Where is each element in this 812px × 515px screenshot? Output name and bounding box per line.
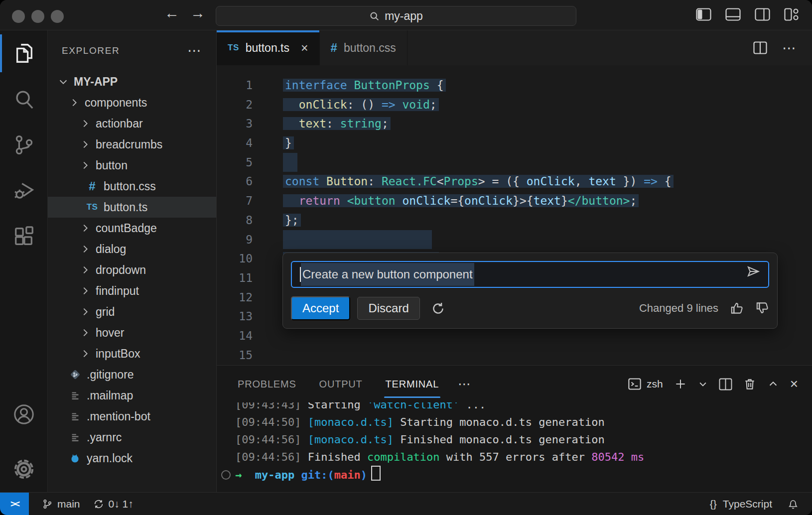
close-window-button[interactable] (12, 10, 25, 23)
tree-item--yarnrc[interactable]: .yarnrc (48, 427, 216, 448)
close-tab-icon[interactable]: × (301, 41, 308, 55)
close-panel-icon[interactable]: × (790, 379, 798, 389)
tree-item-my-app[interactable]: MY-APP (48, 71, 216, 92)
tree-item-label: .mention-bot (87, 410, 150, 423)
tab-terminal[interactable]: TERMINAL (386, 379, 439, 390)
activity-search[interactable] (0, 76, 47, 122)
terminal-prompt-line: → my-app git:(main) (235, 466, 812, 484)
tree-item-label: findinput (96, 284, 139, 298)
tab-output[interactable]: OUTPUT (319, 379, 363, 390)
line-number: 7 (217, 191, 253, 211)
extensions-icon (12, 225, 35, 248)
command-center-search[interactable]: my-app (216, 6, 576, 26)
tree-item-actionbar[interactable]: actionbar (48, 113, 216, 134)
activity-settings[interactable] (0, 446, 47, 492)
line-number: 15 (217, 346, 253, 365)
file-tree: MY-APPcomponentsactionbarbreadcrumbsbutt… (48, 71, 216, 492)
tree-item-hover[interactable]: hover (48, 322, 216, 343)
branch-status-item[interactable]: main (42, 498, 80, 510)
tree-item--mailmap[interactable]: .mailmap (48, 385, 216, 406)
send-icon[interactable] (746, 264, 760, 284)
chevron-down-icon (57, 76, 70, 87)
tree-item-grid[interactable]: grid (48, 301, 216, 322)
back-arrow-icon[interactable]: ← (164, 4, 179, 21)
terminal-output[interactable]: [09:43:43] Starting 'watch-client' ...[0… (217, 402, 812, 492)
line-number: 1 (217, 76, 253, 95)
code-line-15: 15 (217, 346, 812, 365)
sync-icon (93, 499, 104, 510)
explorer-more-actions-icon[interactable]: ⋯ (187, 48, 202, 53)
tree-item-findinput[interactable]: findinput (48, 280, 216, 301)
notifications-bell-icon[interactable] (787, 498, 799, 510)
thumbs-down-icon[interactable] (756, 301, 769, 315)
language-mode[interactable]: TypeScript (723, 498, 772, 510)
tree-item-label: actionbar (96, 117, 143, 130)
maximize-window-button[interactable] (51, 10, 64, 23)
code-line-1: 1interface ButtonProps { (217, 76, 812, 95)
tab-button-ts[interactable]: TS button.ts × (217, 30, 320, 65)
explorer-title: EXPLORER (62, 45, 120, 56)
code-editor[interactable]: 1interface ButtonProps {2 onClick: () =>… (217, 65, 812, 365)
remote-indicator[interactable]: >< (0, 493, 29, 515)
command-decoration-icon[interactable] (221, 470, 231, 480)
chevron-icon (79, 306, 92, 317)
ts-icon: TS (85, 202, 100, 212)
chevron-icon (79, 223, 92, 234)
panel-more-tabs-icon[interactable]: ⋯ (458, 377, 472, 392)
tab-label: button.css (344, 41, 396, 55)
gear-icon (12, 458, 35, 481)
toggle-secondary-sidebar-icon[interactable] (755, 8, 770, 21)
terminal-line-1: [09:43:43] Starting 'watch-client' ... (235, 402, 812, 413)
tree-item-label: breadcrumbs (96, 138, 162, 151)
kill-terminal-trash-icon[interactable] (743, 378, 756, 390)
typescript-file-icon: TS (228, 43, 239, 53)
minimize-window-button[interactable] (31, 10, 44, 23)
activity-extensions[interactable] (0, 214, 47, 259)
tree-item--mention-bot[interactable]: .mention-bot (48, 406, 216, 427)
regenerate-icon[interactable] (431, 301, 445, 316)
customize-layout-icon[interactable] (784, 8, 799, 21)
split-editor-icon[interactable] (753, 41, 767, 54)
tree-item-dialog[interactable]: dialog (48, 239, 216, 259)
thumbs-up-icon[interactable] (730, 301, 744, 315)
line-number: 12 (217, 288, 253, 307)
toggle-primary-sidebar-icon[interactable] (696, 8, 711, 21)
tree-item-countbadge[interactable]: countBadge (48, 218, 216, 239)
toggle-panel-icon[interactable] (725, 8, 741, 21)
tree-item--gitignore[interactable]: .gitignore (48, 364, 216, 385)
terminal-dropdown-icon[interactable] (698, 379, 708, 389)
tree-item-breadcrumbs[interactable]: breadcrumbs (48, 134, 216, 155)
traffic-lights (12, 10, 64, 23)
split-terminal-icon[interactable] (719, 378, 732, 390)
inline-chat-input[interactable]: Create a new button component (291, 261, 769, 288)
editor-more-actions-icon[interactable]: ⋯ (782, 40, 797, 56)
tree-item-button[interactable]: button (48, 155, 216, 176)
code-line-6: 6const Button: React.FC<Props> = ({ onCl… (217, 172, 812, 191)
maximize-panel-icon[interactable] (767, 379, 779, 389)
tab-button-css[interactable]: # button.css (320, 30, 407, 65)
terminal-line-3: [09:44:56] [monaco.d.ts] Finished monaco… (235, 431, 812, 448)
tree-item-inputbox[interactable]: inputBox (48, 343, 216, 364)
new-terminal-icon[interactable] (674, 378, 687, 390)
activity-source-control[interactable] (0, 122, 47, 168)
line-number: 14 (217, 326, 253, 346)
explorer-sidebar: EXPLORER ⋯ MY-APPcomponentsactionbarbrea… (48, 30, 217, 492)
sync-status-item[interactable]: 0↓ 1↑ (93, 498, 134, 510)
shell-name[interactable]: zsh (647, 378, 663, 390)
activity-account[interactable] (0, 391, 47, 446)
tree-item-label: inputBox (96, 347, 140, 361)
terminal-icon (628, 377, 642, 391)
discard-button[interactable]: Discard (357, 297, 419, 320)
forward-arrow-icon[interactable]: → (190, 4, 205, 21)
tree-item-button-ts[interactable]: TSbutton.ts (48, 197, 216, 218)
tree-item-components[interactable]: components (48, 92, 216, 113)
tree-item-yarn-lock[interactable]: yarn.lock (48, 448, 216, 469)
tab-problems[interactable]: PROBLEMS (238, 379, 296, 390)
terminal-line-2: [09:44:50] [monaco.d.ts] Starting monaco… (235, 413, 812, 431)
activity-explorer[interactable] (0, 30, 47, 76)
activity-run-debug[interactable] (0, 168, 47, 214)
tree-item-label: button (96, 159, 128, 172)
tree-item-dropdown[interactable]: dropdown (48, 259, 216, 280)
tree-item-button-css[interactable]: #button.css (48, 176, 216, 197)
accept-button[interactable]: Accept (291, 296, 350, 320)
